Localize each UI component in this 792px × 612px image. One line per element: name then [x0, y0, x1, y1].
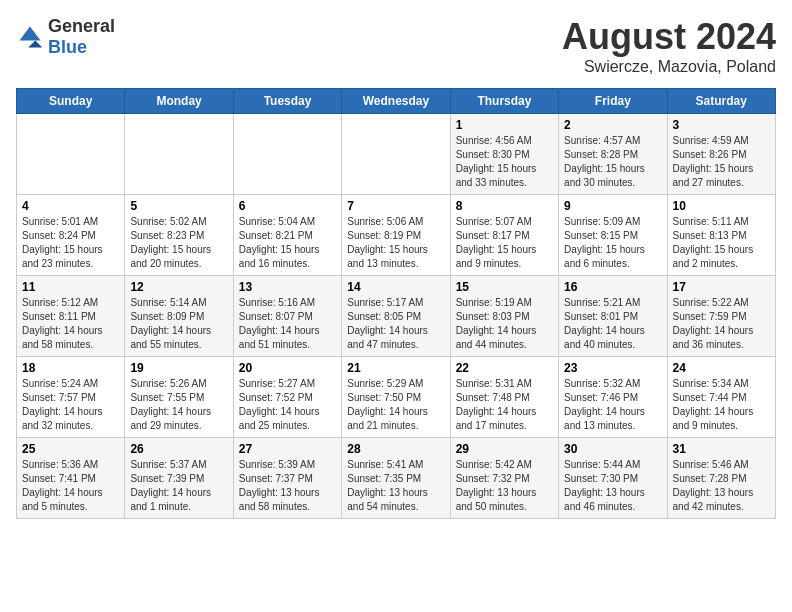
day-number: 17	[673, 280, 770, 294]
calendar-cell: 16Sunrise: 5:21 AMSunset: 8:01 PMDayligh…	[559, 276, 667, 357]
day-info: Sunrise: 5:24 AMSunset: 7:57 PMDaylight:…	[22, 377, 119, 433]
subtitle: Swiercze, Mazovia, Poland	[562, 58, 776, 76]
calendar-cell: 28Sunrise: 5:41 AMSunset: 7:35 PMDayligh…	[342, 438, 450, 519]
day-number: 26	[130, 442, 227, 456]
calendar-cell: 26Sunrise: 5:37 AMSunset: 7:39 PMDayligh…	[125, 438, 233, 519]
main-title: August 2024	[562, 16, 776, 58]
calendar-cell: 10Sunrise: 5:11 AMSunset: 8:13 PMDayligh…	[667, 195, 775, 276]
day-number: 7	[347, 199, 444, 213]
day-info: Sunrise: 5:29 AMSunset: 7:50 PMDaylight:…	[347, 377, 444, 433]
day-number: 21	[347, 361, 444, 375]
day-info: Sunrise: 5:21 AMSunset: 8:01 PMDaylight:…	[564, 296, 661, 352]
calendar-cell: 14Sunrise: 5:17 AMSunset: 8:05 PMDayligh…	[342, 276, 450, 357]
calendar-cell: 15Sunrise: 5:19 AMSunset: 8:03 PMDayligh…	[450, 276, 558, 357]
calendar-cell: 3Sunrise: 4:59 AMSunset: 8:26 PMDaylight…	[667, 114, 775, 195]
calendar-cell: 20Sunrise: 5:27 AMSunset: 7:52 PMDayligh…	[233, 357, 341, 438]
calendar-cell: 24Sunrise: 5:34 AMSunset: 7:44 PMDayligh…	[667, 357, 775, 438]
calendar-cell: 21Sunrise: 5:29 AMSunset: 7:50 PMDayligh…	[342, 357, 450, 438]
calendar-week-row: 11Sunrise: 5:12 AMSunset: 8:11 PMDayligh…	[17, 276, 776, 357]
day-number: 9	[564, 199, 661, 213]
day-number: 5	[130, 199, 227, 213]
day-number: 1	[456, 118, 553, 132]
page-header: General Blue August 2024 Swiercze, Mazov…	[16, 16, 776, 76]
calendar-cell: 2Sunrise: 4:57 AMSunset: 8:28 PMDaylight…	[559, 114, 667, 195]
calendar-cell: 25Sunrise: 5:36 AMSunset: 7:41 PMDayligh…	[17, 438, 125, 519]
day-info: Sunrise: 5:37 AMSunset: 7:39 PMDaylight:…	[130, 458, 227, 514]
calendar-cell: 31Sunrise: 5:46 AMSunset: 7:28 PMDayligh…	[667, 438, 775, 519]
day-info: Sunrise: 5:44 AMSunset: 7:30 PMDaylight:…	[564, 458, 661, 514]
day-info: Sunrise: 5:46 AMSunset: 7:28 PMDaylight:…	[673, 458, 770, 514]
day-number: 13	[239, 280, 336, 294]
logo-blue: Blue	[48, 37, 87, 57]
weekday-header: Wednesday	[342, 89, 450, 114]
calendar-week-row: 4Sunrise: 5:01 AMSunset: 8:24 PMDaylight…	[17, 195, 776, 276]
day-info: Sunrise: 5:04 AMSunset: 8:21 PMDaylight:…	[239, 215, 336, 271]
day-info: Sunrise: 5:14 AMSunset: 8:09 PMDaylight:…	[130, 296, 227, 352]
day-info: Sunrise: 5:32 AMSunset: 7:46 PMDaylight:…	[564, 377, 661, 433]
day-number: 31	[673, 442, 770, 456]
calendar-cell: 30Sunrise: 5:44 AMSunset: 7:30 PMDayligh…	[559, 438, 667, 519]
day-info: Sunrise: 5:26 AMSunset: 7:55 PMDaylight:…	[130, 377, 227, 433]
day-number: 4	[22, 199, 119, 213]
calendar-week-row: 25Sunrise: 5:36 AMSunset: 7:41 PMDayligh…	[17, 438, 776, 519]
day-number: 6	[239, 199, 336, 213]
calendar-header-row: SundayMondayTuesdayWednesdayThursdayFrid…	[17, 89, 776, 114]
day-number: 10	[673, 199, 770, 213]
calendar-cell: 18Sunrise: 5:24 AMSunset: 7:57 PMDayligh…	[17, 357, 125, 438]
svg-marker-1	[28, 41, 42, 48]
day-number: 27	[239, 442, 336, 456]
weekday-header: Monday	[125, 89, 233, 114]
logo-text: General Blue	[48, 16, 115, 58]
day-info: Sunrise: 5:06 AMSunset: 8:19 PMDaylight:…	[347, 215, 444, 271]
day-number: 2	[564, 118, 661, 132]
calendar-cell: 13Sunrise: 5:16 AMSunset: 8:07 PMDayligh…	[233, 276, 341, 357]
day-number: 3	[673, 118, 770, 132]
day-info: Sunrise: 4:57 AMSunset: 8:28 PMDaylight:…	[564, 134, 661, 190]
day-info: Sunrise: 5:31 AMSunset: 7:48 PMDaylight:…	[456, 377, 553, 433]
calendar-cell: 29Sunrise: 5:42 AMSunset: 7:32 PMDayligh…	[450, 438, 558, 519]
day-info: Sunrise: 5:34 AMSunset: 7:44 PMDaylight:…	[673, 377, 770, 433]
day-info: Sunrise: 4:59 AMSunset: 8:26 PMDaylight:…	[673, 134, 770, 190]
day-info: Sunrise: 5:07 AMSunset: 8:17 PMDaylight:…	[456, 215, 553, 271]
day-info: Sunrise: 5:22 AMSunset: 7:59 PMDaylight:…	[673, 296, 770, 352]
calendar-cell	[233, 114, 341, 195]
calendar-cell: 1Sunrise: 4:56 AMSunset: 8:30 PMDaylight…	[450, 114, 558, 195]
calendar-cell: 8Sunrise: 5:07 AMSunset: 8:17 PMDaylight…	[450, 195, 558, 276]
calendar-cell: 6Sunrise: 5:04 AMSunset: 8:21 PMDaylight…	[233, 195, 341, 276]
day-info: Sunrise: 5:36 AMSunset: 7:41 PMDaylight:…	[22, 458, 119, 514]
svg-marker-0	[20, 27, 41, 41]
day-info: Sunrise: 5:17 AMSunset: 8:05 PMDaylight:…	[347, 296, 444, 352]
day-info: Sunrise: 5:19 AMSunset: 8:03 PMDaylight:…	[456, 296, 553, 352]
day-number: 8	[456, 199, 553, 213]
day-number: 11	[22, 280, 119, 294]
calendar-cell: 17Sunrise: 5:22 AMSunset: 7:59 PMDayligh…	[667, 276, 775, 357]
weekday-header: Thursday	[450, 89, 558, 114]
logo-icon	[16, 23, 44, 51]
calendar-cell: 19Sunrise: 5:26 AMSunset: 7:55 PMDayligh…	[125, 357, 233, 438]
day-number: 20	[239, 361, 336, 375]
weekday-header: Sunday	[17, 89, 125, 114]
day-number: 16	[564, 280, 661, 294]
day-info: Sunrise: 5:39 AMSunset: 7:37 PMDaylight:…	[239, 458, 336, 514]
day-info: Sunrise: 5:01 AMSunset: 8:24 PMDaylight:…	[22, 215, 119, 271]
day-info: Sunrise: 4:56 AMSunset: 8:30 PMDaylight:…	[456, 134, 553, 190]
logo: General Blue	[16, 16, 115, 58]
calendar-cell: 12Sunrise: 5:14 AMSunset: 8:09 PMDayligh…	[125, 276, 233, 357]
calendar-cell: 9Sunrise: 5:09 AMSunset: 8:15 PMDaylight…	[559, 195, 667, 276]
calendar-table: SundayMondayTuesdayWednesdayThursdayFrid…	[16, 88, 776, 519]
day-number: 28	[347, 442, 444, 456]
day-number: 30	[564, 442, 661, 456]
day-info: Sunrise: 5:16 AMSunset: 8:07 PMDaylight:…	[239, 296, 336, 352]
day-number: 18	[22, 361, 119, 375]
calendar-week-row: 18Sunrise: 5:24 AMSunset: 7:57 PMDayligh…	[17, 357, 776, 438]
day-info: Sunrise: 5:02 AMSunset: 8:23 PMDaylight:…	[130, 215, 227, 271]
weekday-header: Saturday	[667, 89, 775, 114]
day-number: 23	[564, 361, 661, 375]
calendar-week-row: 1Sunrise: 4:56 AMSunset: 8:30 PMDaylight…	[17, 114, 776, 195]
calendar-cell: 23Sunrise: 5:32 AMSunset: 7:46 PMDayligh…	[559, 357, 667, 438]
day-info: Sunrise: 5:41 AMSunset: 7:35 PMDaylight:…	[347, 458, 444, 514]
day-info: Sunrise: 5:42 AMSunset: 7:32 PMDaylight:…	[456, 458, 553, 514]
day-number: 14	[347, 280, 444, 294]
logo-general: General	[48, 16, 115, 36]
day-number: 29	[456, 442, 553, 456]
